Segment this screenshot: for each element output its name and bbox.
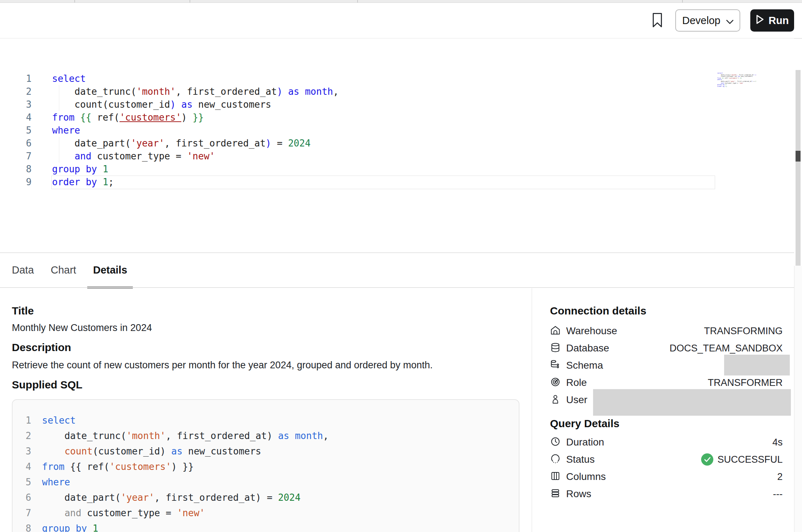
right-gutter — [794, 266, 802, 532]
code-text: and customer_type = 'new' — [52, 150, 215, 163]
code-line: 2 date_trunc('month', first_ordered_at) … — [0, 85, 754, 98]
description-value: Retrieve the count of new customers per … — [12, 359, 433, 371]
role-icon — [550, 377, 561, 389]
line-number: 5 — [13, 475, 31, 490]
code-line: 9order by 1; — [717, 86, 756, 88]
bookmark-button[interactable] — [649, 10, 665, 31]
role-label: Role — [566, 377, 587, 388]
status-label: Status — [566, 454, 594, 465]
supplied-sql-heading: Supplied SQL — [12, 378, 83, 392]
panel-divider — [532, 288, 532, 532]
schema-icon — [550, 359, 561, 372]
code-line: 2 date_trunc('month', first_ordered_at) … — [13, 428, 519, 444]
line-number: 2 — [0, 85, 32, 98]
supplied-sql-block: 1select2 date_trunc('month', first_order… — [12, 399, 519, 532]
line-number: 6 — [13, 490, 31, 505]
columns-label: Columns — [566, 471, 606, 482]
line-number: 6 — [0, 137, 32, 150]
develop-button[interactable]: Develop — [675, 9, 740, 32]
database-row: DatabaseDOCS_TEAM_SANDBOX — [550, 340, 783, 357]
code-text: date_part('year', first_ordered_at) = 20… — [42, 490, 300, 505]
code-line: 5where — [13, 475, 519, 490]
line-number: 7 — [0, 150, 32, 163]
warehouse-value: TRANSFORMING — [704, 326, 783, 337]
line-number: 7 — [13, 505, 31, 521]
tab-data[interactable]: Data — [12, 253, 34, 287]
code-text: order by 1; — [52, 176, 114, 188]
code-text: and customer_type = 'new' — [42, 505, 205, 521]
query-details-rows: Duration4sStatusSUCCESSFULColumns2Rows--… — [550, 434, 783, 503]
code-text: date_part('year', first_ordered_at) = 20… — [52, 137, 311, 150]
tab-separator — [682, 0, 683, 3]
rows-label: Rows — [566, 488, 591, 500]
code-text: from {{ ref('customers') }} — [52, 111, 204, 124]
code-line: 7 and customer_type = 'new' — [13, 505, 519, 521]
line-number: 3 — [0, 98, 32, 111]
columns-row: Columns2 — [550, 468, 783, 485]
line-number: 3 — [13, 444, 31, 459]
tab-separator — [357, 0, 358, 3]
code-line: 7 and customer_type = 'new' — [0, 150, 754, 163]
editor-code: 1select2 date_trunc('month', first_order… — [0, 72, 754, 188]
warehouse-row: WarehouseTRANSFORMING — [550, 322, 783, 340]
line-number: 8 — [13, 521, 31, 532]
title-heading: Title — [12, 304, 34, 318]
status-row: StatusSUCCESSFUL — [550, 451, 783, 468]
scrollbar-track — [796, 70, 801, 266]
tabs-bottom-border — [0, 287, 794, 288]
line-number: 1 — [0, 72, 32, 85]
line-number: 8 — [0, 163, 32, 176]
header-bar: Develop Run — [0, 3, 802, 39]
rows-row: Rows--- — [550, 485, 783, 503]
scrollbar-thumb[interactable] — [796, 151, 801, 162]
tab-separator — [74, 0, 75, 3]
user-redacted-value — [593, 389, 791, 416]
app-window: Develop Run Query completed in 4s Enviro… — [0, 0, 802, 532]
code-text: date_trunc('month', first_ordered_at) as… — [52, 85, 339, 98]
code-line: 6 date_part('year', first_ordered_at) = … — [13, 490, 519, 505]
editor-minimap[interactable]: 1select2 date_trunc('month', first_order… — [717, 73, 756, 89]
user-label: User — [566, 394, 587, 406]
results-tabs: DataChartDetails — [12, 253, 127, 287]
schema-label: Schema — [566, 360, 603, 371]
code-text: select — [42, 413, 76, 428]
line-number: 9 — [0, 176, 32, 188]
duration-label: Duration — [566, 437, 604, 448]
database-label: Database — [566, 342, 609, 354]
line-number: 4 — [13, 459, 31, 475]
duration-value: 4s — [772, 437, 783, 448]
line-number: 5 — [0, 124, 32, 137]
bookmark-icon — [651, 12, 663, 29]
code-line: 1select — [13, 413, 519, 428]
code-text: where — [52, 124, 80, 137]
sql-editor[interactable]: 1select2 date_trunc('month', first_order… — [0, 38, 794, 252]
code-line: 1select — [0, 72, 754, 85]
develop-button-label: Develop — [682, 15, 720, 27]
duration-icon — [550, 436, 561, 448]
code-text: order by 1; — [717, 86, 727, 88]
database-icon — [550, 342, 561, 354]
description-heading: Description — [12, 340, 71, 355]
run-button[interactable]: Run — [750, 9, 794, 32]
tab-separator — [190, 0, 190, 3]
code-text: from {{ ref('customers') }} — [42, 459, 194, 475]
supplied-sql-code: 1select2 date_trunc('month', first_order… — [13, 413, 519, 532]
status-value: SUCCESSFUL — [701, 453, 783, 466]
code-line: 3 count(customer_id) as new_customers — [0, 98, 754, 111]
connection-details-heading: Connection details — [550, 304, 646, 318]
code-line: 5where — [0, 124, 754, 137]
line-number: 2 — [13, 428, 31, 444]
tab-details[interactable]: Details — [93, 253, 127, 287]
code-line: 3 count(customer_id) as new_customers — [13, 444, 519, 459]
tab-chart[interactable]: Chart — [51, 253, 76, 287]
rows-icon — [550, 488, 561, 500]
code-text: select — [52, 72, 86, 85]
role-value: TRANSFORMER — [708, 377, 783, 388]
code-line: 8group by 1 — [13, 521, 519, 532]
columns-icon — [550, 471, 561, 483]
warehouse-icon — [550, 325, 561, 337]
line-number: 4 — [0, 111, 32, 124]
line-number: 1 — [13, 413, 31, 428]
warehouse-label: Warehouse — [566, 325, 617, 337]
role-row: RoleTRANSFORMER — [550, 374, 783, 391]
